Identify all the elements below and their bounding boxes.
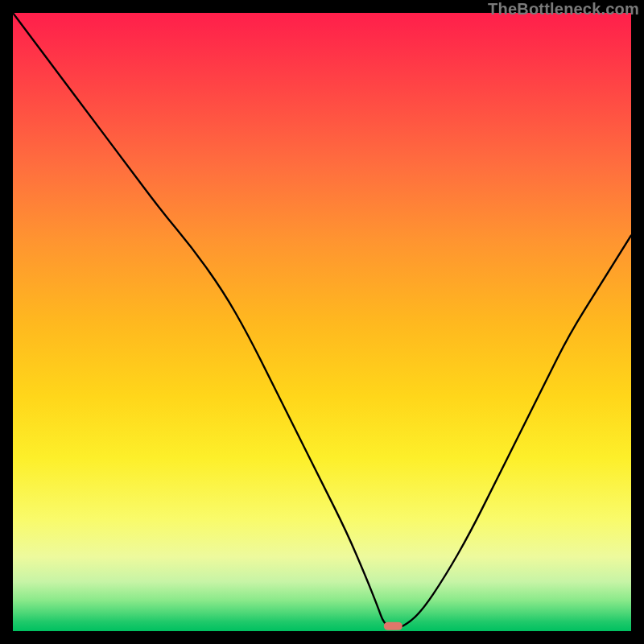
watermark-text: TheBottleneck.com bbox=[488, 0, 639, 19]
bottleneck-curve-path bbox=[13, 13, 631, 627]
sweet-spot-marker bbox=[384, 622, 402, 630]
chart-container: TheBottleneck.com bbox=[0, 0, 644, 644]
bottleneck-curve-svg bbox=[13, 13, 631, 631]
